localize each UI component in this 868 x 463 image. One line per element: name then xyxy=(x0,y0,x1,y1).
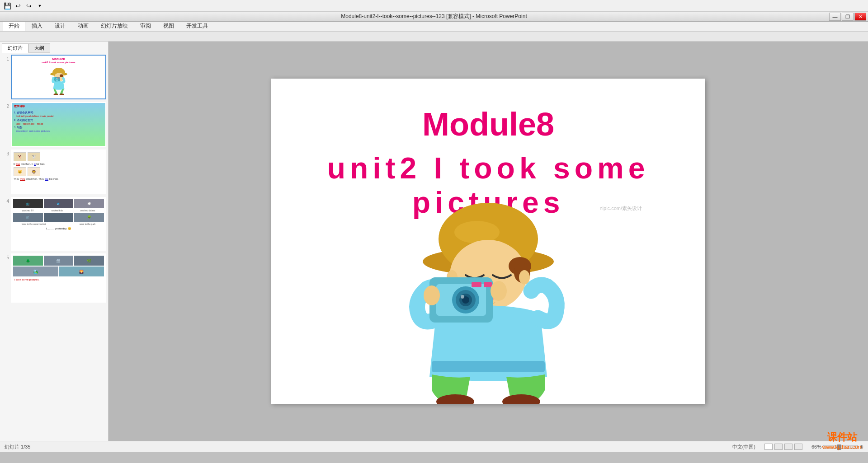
reading-view-button[interactable] xyxy=(784,444,793,450)
ribbon-tabs: 开始 插入 设计 动画 幻灯片放映 审阅 视图 开发工具 xyxy=(0,22,868,32)
slide-thumbnail-5[interactable]: 🌲 🏛️ 🌿 🏞️ 🌄 I took some pictures. xyxy=(11,253,106,303)
svg-point-6 xyxy=(56,79,58,80)
tab-insert[interactable]: 插入 xyxy=(26,20,48,31)
normal-view-button[interactable] xyxy=(764,444,773,450)
svg-rect-7 xyxy=(57,78,58,79)
kjzhan-logo: 课件站 www.kjzhan.com xyxy=(822,430,863,450)
slide-thumb-5: 5 🌲 🏛️ 🌿 🏞️ 🌄 I took some pictures. xyxy=(2,253,106,303)
slide-thumbnail-3[interactable]: 🐕 🐩 It was thin then. It is fat then. 🐱 … xyxy=(11,150,106,194)
main-area: 幻灯片 大纲 1 Module8 unit2 I took some pictu… xyxy=(0,42,868,441)
save-icon[interactable]: 💾 xyxy=(3,1,12,10)
thumb1-image xyxy=(12,65,105,97)
tab-view[interactable]: 视图 xyxy=(157,20,180,31)
minimize-button[interactable]: — xyxy=(829,13,841,21)
slide-canvas[interactable]: Module8 unit2 I took some pictures nipic… xyxy=(271,79,705,404)
svg-point-32 xyxy=(424,285,440,305)
zoom-level: 66% xyxy=(811,444,821,449)
window-title: Module8-unit2-I--took--some--pictures--1… xyxy=(341,13,527,20)
slide-num-2: 2 xyxy=(2,102,9,109)
slide-num-5: 5 xyxy=(2,253,9,260)
svg-point-33 xyxy=(491,281,507,301)
svg-rect-30 xyxy=(472,282,481,287)
restore-button[interactable]: ❐ xyxy=(842,13,854,21)
quick-access-toolbar: 💾 ↩ ↪ ▼ xyxy=(0,0,868,12)
kjzhan-url: www.kjzhan.com xyxy=(822,444,863,450)
tab-outline[interactable]: 大纲 xyxy=(28,43,50,53)
tab-design[interactable]: 设计 xyxy=(49,20,71,31)
svg-point-3 xyxy=(60,75,63,77)
window-controls: — ❐ ✕ xyxy=(829,13,866,21)
status-language: 中文(中国) xyxy=(732,444,755,450)
tab-review[interactable]: 审阅 xyxy=(134,20,157,31)
slide-panel: 幻灯片 大纲 1 Module8 unit2 I took some pictu… xyxy=(0,42,108,441)
svg-rect-31 xyxy=(484,282,492,287)
slide-thumbnail-1[interactable]: Module8 unit2 I took some pictures xyxy=(11,55,106,99)
svg-point-29 xyxy=(461,295,464,299)
redo-icon[interactable]: ↪ xyxy=(24,1,33,10)
slide-main-area: Module8 unit2 I took some pictures nipic… xyxy=(108,42,868,441)
slide-num-3: 3 xyxy=(2,150,9,156)
slide-num-1: 1 xyxy=(2,55,9,61)
slide-count: 幻灯片 1/35 xyxy=(5,444,30,450)
slide-thumb-2: 2 教学目标 1. 会读会认单词: took tell great deliou… xyxy=(2,102,106,147)
thumb1-subtitle: unit2 I took some pictures xyxy=(12,61,105,64)
kjzhan-main: 课件站 xyxy=(822,430,863,444)
ribbon-hint xyxy=(4,34,5,39)
tab-dev[interactable]: 开发工具 xyxy=(180,20,214,31)
undo-icon[interactable]: ↩ xyxy=(14,1,23,10)
slide-character xyxy=(387,187,590,404)
thumb1-title: Module8 xyxy=(12,56,105,61)
watermark: nipic.com/素矢设计 xyxy=(599,205,642,212)
slide-thumb-1: 1 Module8 unit2 I took some pictures xyxy=(2,55,106,99)
status-bar: 幻灯片 1/35 中文(中国) 66% ⊕ xyxy=(0,441,868,452)
title-bar: Module8-unit2-I--took--some--pictures--1… xyxy=(0,12,868,22)
ribbon-content xyxy=(0,32,868,42)
view-buttons xyxy=(764,444,802,450)
slide-num-4: 4 xyxy=(2,197,9,204)
slide-thumb-3: 3 🐕 🐩 It was thin then. It is fat then. … xyxy=(2,150,106,194)
svg-rect-22 xyxy=(432,361,545,372)
presentation-button[interactable] xyxy=(794,444,802,450)
svg-rect-8 xyxy=(58,78,60,79)
tab-animation[interactable]: 动画 xyxy=(72,20,94,31)
slide-sorter-button[interactable] xyxy=(774,444,783,450)
slide-thumb-4: 4 📺 🐟 🍽️ watched TVcooked fishwashed dis… xyxy=(2,197,106,251)
tab-start[interactable]: 开始 xyxy=(3,20,25,31)
close-button[interactable]: ✕ xyxy=(854,13,866,21)
svg-point-13 xyxy=(454,221,500,243)
slide-main-title: Module8 xyxy=(271,106,705,143)
dropdown-icon[interactable]: ▼ xyxy=(35,1,44,10)
slide-thumbnail-2[interactable]: 教学目标 1. 会读会认单词: took tell great delious … xyxy=(11,102,106,147)
tab-slides[interactable]: 幻灯片 xyxy=(2,43,28,53)
thumbnail-tabs: 幻灯片 大纲 xyxy=(2,43,106,53)
slide-thumbnail-4[interactable]: 📺 🐟 🍽️ watched TVcooked fishwashed dishe… xyxy=(11,197,106,251)
tab-slideshow[interactable]: 幻灯片放映 xyxy=(95,20,134,31)
